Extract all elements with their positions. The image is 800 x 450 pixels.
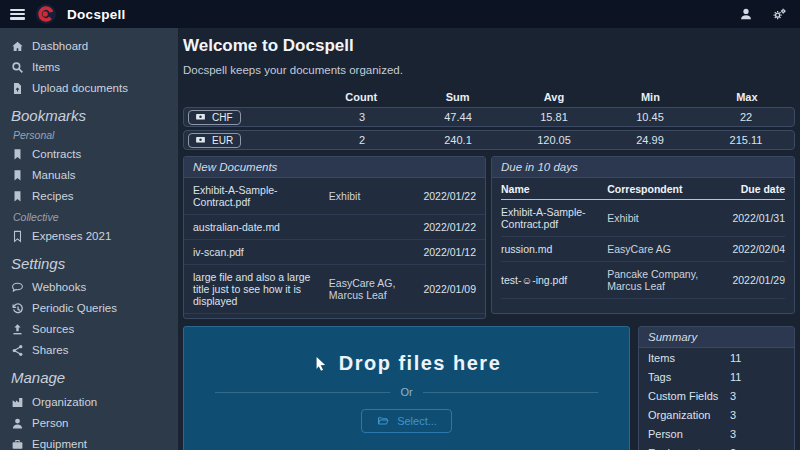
- document-name: Exhibit-A-Sample-Contract.pdf: [501, 206, 601, 230]
- history-icon: [11, 302, 24, 315]
- industry-icon: [11, 396, 24, 409]
- comment-icon: [11, 281, 24, 294]
- bookmark-icon: [11, 169, 24, 182]
- stat-count: 3: [314, 111, 410, 123]
- document-date: 2022/01/12: [416, 246, 476, 258]
- stats-header-count: Count: [313, 91, 409, 103]
- sidebar-item-label: Recipes: [32, 190, 74, 202]
- document-due-date: 2022/02/04: [723, 243, 785, 255]
- document-row[interactable]: large file and also a large title just t…: [184, 265, 485, 314]
- document-correspondent: Exhibit: [329, 190, 410, 202]
- document-name: Exhibit-A-Sample-Contract.pdf: [193, 184, 323, 208]
- sidebar-item-person[interactable]: Person: [11, 413, 172, 433]
- summary-row: Tags 11: [639, 367, 794, 386]
- stats-row-eur: EUR 2 240.1 120.05 24.99 215.11: [183, 130, 795, 150]
- document-row[interactable]: Exhibit-A-Sample-Contract.pdf Exhibit 20…: [184, 178, 485, 215]
- select-files-label: Select...: [397, 415, 437, 427]
- summary-value: 3: [730, 390, 785, 402]
- summary-row: Custom Fields 3: [639, 386, 794, 405]
- select-files-button[interactable]: Select...: [361, 409, 452, 433]
- top-navbar: Docspell: [0, 0, 800, 28]
- currency-code: CHF: [212, 112, 233, 123]
- home-icon: [11, 40, 24, 53]
- sidebar-item-shares[interactable]: Shares: [11, 340, 172, 360]
- person-icon: [11, 417, 24, 430]
- docspell-logo[interactable]: [36, 4, 56, 24]
- document-name: test-☺-ing.pdf: [501, 274, 601, 286]
- document-row[interactable]: test-☺-ing.pdf Pancake Company, Marcus L…: [184, 314, 485, 319]
- sidebar: Dasbhoard Items Upload documents Bookmar…: [0, 28, 178, 450]
- due-table-header: Name Correspondent Due date: [501, 178, 785, 200]
- document-name: australian-date.md: [193, 221, 323, 233]
- document-date: 2022/01/22: [416, 221, 476, 233]
- document-name: large file and also a large title just t…: [193, 271, 323, 307]
- sidebar-item-label: Manuals: [32, 169, 75, 181]
- document-date: 2022/01/09: [416, 283, 476, 295]
- sidebar-item-label: Items: [32, 61, 60, 73]
- summary-label: Items: [648, 352, 730, 364]
- sidebar-item-dashboard[interactable]: Dasbhoard: [11, 36, 172, 56]
- bookmarks-collective-subheader: Collective: [13, 211, 172, 223]
- search-icon: [11, 61, 24, 74]
- due-header-correspondent: Correspondent: [607, 183, 717, 195]
- summary-panel: Summary Items 11 Tags 11 Custom Fields 3…: [638, 326, 795, 450]
- summary-row: Equipment 2: [639, 443, 794, 450]
- due-row[interactable]: russion.md EasyCare AG 2022/02/04: [501, 237, 785, 262]
- sidebar-item-label: Sources: [32, 323, 74, 335]
- sidebar-item-items[interactable]: Items: [11, 57, 172, 77]
- sidebar-item-bookmark-recipes[interactable]: Recipes: [11, 186, 172, 206]
- sidebar-item-bookmark-manuals[interactable]: Manuals: [11, 165, 172, 185]
- user-icon[interactable]: [739, 7, 753, 21]
- due-row[interactable]: Exhibit-A-Sample-Contract.pdf Exhibit 20…: [501, 200, 785, 237]
- document-name: iv-scan.pdf: [193, 246, 323, 258]
- currency-badge: EUR: [188, 133, 241, 148]
- logo-icon: [36, 4, 56, 24]
- or-label: Or: [400, 386, 412, 398]
- summary-value: 11: [730, 352, 785, 364]
- sidebar-item-upload-documents[interactable]: Upload documents: [11, 78, 172, 98]
- bookmark-icon: [11, 190, 24, 203]
- document-row[interactable]: australian-date.md 2022/01/22: [184, 215, 485, 240]
- toolbox-icon: [11, 438, 24, 450]
- document-correspondent: EasyCare AG: [607, 243, 717, 255]
- sidebar-item-webhooks[interactable]: Webhooks: [11, 277, 172, 297]
- gears-icon[interactable]: [771, 7, 788, 22]
- summary-value: 11: [730, 371, 785, 383]
- due-row[interactable]: test-☺-ing.pdf Pancake Company, Marcus L…: [501, 262, 785, 299]
- sidebar-item-label: Organization: [32, 396, 97, 408]
- summary-label: Organization: [648, 409, 730, 421]
- sidebar-item-bookmark-contracts[interactable]: Contracts: [11, 144, 172, 164]
- sidebar-item-periodic-queries[interactable]: Periodic Queries: [11, 298, 172, 318]
- navbar-actions: [739, 7, 788, 22]
- sidebar-item-label: Periodic Queries: [32, 302, 117, 314]
- share-icon: [11, 344, 24, 357]
- settings-section-title: Settings: [11, 255, 172, 272]
- bookmarks-section-title: Bookmarks: [11, 107, 172, 124]
- page-subtitle: Docspell keeps your documents organized.: [183, 64, 795, 76]
- due-panel: Due in 10 days Name Correspondent Due da…: [491, 156, 795, 314]
- summary-value: 3: [730, 428, 785, 440]
- new-documents-title: New Documents: [184, 157, 485, 178]
- file-drop-zone[interactable]: Drop files here Or Select...: [183, 326, 630, 450]
- document-correspondent: Exhibit: [607, 212, 717, 224]
- document-date: 2022/01/22: [416, 190, 476, 202]
- currency-code: EUR: [212, 135, 233, 146]
- stats-header-max: Max: [699, 91, 795, 103]
- stat-avg: 15.81: [506, 111, 602, 123]
- summary-title: Summary: [639, 327, 794, 348]
- summary-value: 3: [730, 409, 785, 421]
- sidebar-item-label: Equipment: [32, 438, 87, 450]
- file-upload-icon: [11, 82, 24, 95]
- sidebar-item-bookmark-expenses-2021[interactable]: Expenses 2021: [11, 226, 172, 246]
- sidebar-item-equipment[interactable]: Equipment: [11, 434, 172, 450]
- stats-header-min: Min: [602, 91, 698, 103]
- menu-toggle-icon[interactable]: [10, 9, 25, 20]
- app-title: Docspell: [67, 7, 126, 22]
- sidebar-item-organization[interactable]: Organization: [11, 392, 172, 412]
- manage-section-title: Manage: [11, 369, 172, 386]
- stat-max: 215.11: [698, 134, 794, 146]
- page-title: Welcome to Docspell: [183, 36, 795, 56]
- document-row[interactable]: iv-scan.pdf 2022/01/12: [184, 240, 485, 265]
- sidebar-item-sources[interactable]: Sources: [11, 319, 172, 339]
- sidebar-item-label: Expenses 2021: [32, 230, 111, 242]
